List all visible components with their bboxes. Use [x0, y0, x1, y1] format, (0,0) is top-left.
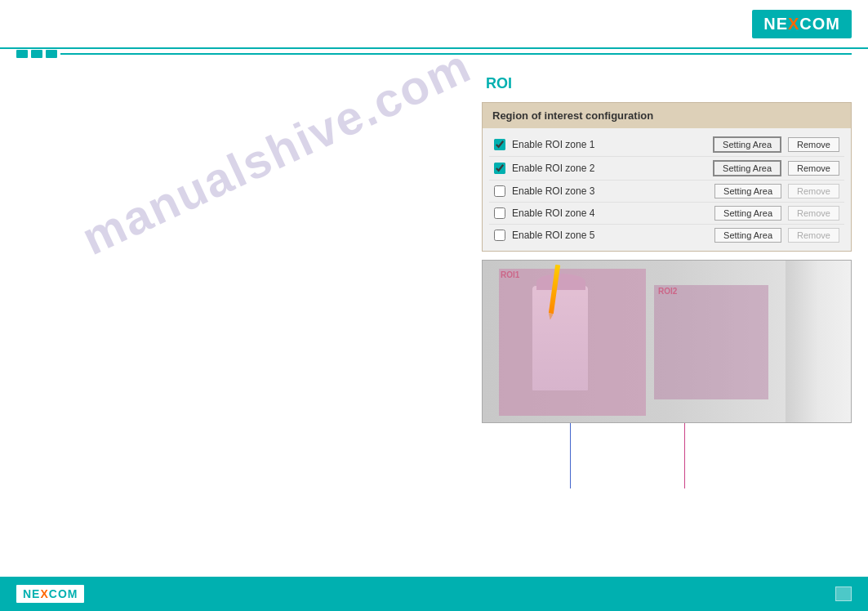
zone-4-checkbox[interactable]	[494, 207, 505, 219]
roi1-overlay	[499, 269, 646, 416]
logo-x: X	[788, 15, 799, 33]
zone-2-label: Enable ROI zone 2	[512, 163, 706, 174]
zone-3-remove-btn[interactable]: Remove	[788, 184, 839, 198]
zone-row-1: Enable ROI zone 1 Setting Area Remove	[489, 133, 844, 157]
vertical-line-2	[684, 423, 685, 488]
zone-5-remove-btn[interactable]: Remove	[788, 228, 839, 243]
zone-row-3: Enable ROI zone 3 Setting Area Remove	[489, 181, 844, 203]
zone-5-checkbox[interactable]	[494, 230, 505, 241]
footer-logo: NEXCOM	[16, 585, 84, 603]
zone-3-label: Enable ROI zone 3	[512, 185, 708, 197]
camera-bg: ROI1 ROI2	[483, 261, 851, 422]
roi-title: ROI	[482, 75, 852, 92]
zone-1-checkbox[interactable]	[494, 139, 505, 150]
lines-container	[482, 423, 852, 488]
roi1-label: ROI1	[501, 270, 519, 279]
camera-view: ROI1 ROI2	[482, 260, 852, 423]
zone-1-remove-btn[interactable]: Remove	[788, 137, 839, 152]
nav-dot-3	[46, 50, 57, 58]
footer-logo-x: X	[40, 587, 48, 600]
wall-right	[786, 261, 851, 422]
zone-row-2: Enable ROI zone 2 Setting Area Remove	[489, 157, 844, 181]
scene-container: ROI1 ROI2	[483, 261, 851, 422]
roi2-overlay	[654, 285, 768, 399]
footer: NEXCOM	[0, 577, 868, 611]
zone-4-setting-btn[interactable]: Setting Area	[714, 206, 781, 221]
watermark: manualshive.com	[73, 59, 479, 265]
zone-5-setting-btn[interactable]: Setting Area	[714, 228, 781, 243]
config-body: Enable ROI zone 1 Setting Area Remove En…	[483, 128, 851, 251]
zone-row-4: Enable ROI zone 4 Setting Area Remove	[489, 203, 844, 225]
header: NEXCOM	[0, 0, 868, 49]
nav-dot-1	[16, 50, 28, 58]
zone-1-label: Enable ROI zone 1	[512, 139, 706, 150]
footer-icon-1	[835, 586, 852, 601]
roi2-label: ROI2	[658, 287, 677, 296]
zone-row-5: Enable ROI zone 5 Setting Area Remove	[489, 225, 844, 246]
nav-dot-2	[31, 50, 42, 58]
zone-2-setting-btn[interactable]: Setting Area	[713, 160, 781, 176]
zone-5-label: Enable ROI zone 5	[512, 230, 708, 241]
vertical-line-1	[570, 423, 571, 488]
zone-4-label: Enable ROI zone 4	[512, 207, 708, 219]
zone-1-setting-btn[interactable]: Setting Area	[713, 136, 781, 153]
zone-3-setting-btn[interactable]: Setting Area	[714, 184, 781, 198]
config-header: Region of interest configuration	[483, 103, 851, 128]
config-panel: Region of interest configuration Enable …	[482, 102, 852, 252]
zone-2-checkbox[interactable]	[494, 163, 505, 174]
main-content: manualshive.com ROI Region of interest c…	[0, 59, 868, 577]
footer-right	[835, 586, 852, 601]
nexcom-logo: NEXCOM	[752, 10, 852, 38]
left-panel: manualshive.com	[0, 59, 474, 577]
nav-line	[60, 53, 852, 55]
right-panel: ROI Region of interest configuration Ena…	[474, 59, 868, 577]
header-logo: NEXCOM	[752, 10, 852, 38]
top-nav-bar	[0, 49, 868, 59]
footer-logo-box: NEXCOM	[16, 585, 84, 603]
zone-2-remove-btn[interactable]: Remove	[788, 161, 839, 176]
zone-3-checkbox[interactable]	[494, 185, 505, 197]
zone-4-remove-btn[interactable]: Remove	[788, 206, 839, 221]
